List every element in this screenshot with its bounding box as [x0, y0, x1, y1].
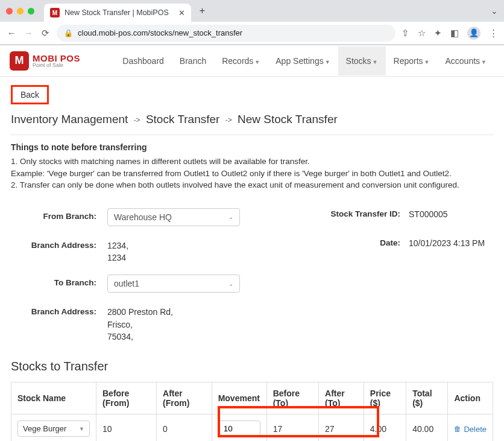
divider [11, 135, 493, 135]
date-label: Date: [318, 237, 409, 247]
nav-accounts[interactable]: Accounts▼ [437, 46, 494, 75]
app-navbar: M MOBI POS Point of Sale Dashboard Branc… [0, 45, 504, 77]
nav-branch[interactable]: Branch [172, 46, 214, 75]
close-tab-icon[interactable]: ✕ [178, 8, 185, 17]
window-controls [6, 8, 34, 14]
before-from-cell: 10 [96, 414, 157, 441]
chevron-down-icon[interactable]: ⌄ [491, 6, 498, 16]
profile-avatar-icon[interactable]: 👤 [467, 27, 480, 40]
stocks-section-title: Stocks to Transfer [11, 360, 493, 373]
back-button[interactable]: Back [11, 85, 49, 104]
delete-row-button[interactable]: 🗑 Delete [454, 425, 487, 434]
nav-records[interactable]: Records▼ [214, 46, 268, 75]
new-tab-button[interactable]: + [196, 5, 209, 16]
breadcrumb-new: New Stock Transfer [238, 113, 338, 125]
chevron-down-icon: ▼ [481, 59, 487, 65]
from-branch-label: From Branch: [11, 208, 107, 221]
from-address-label: Branch Address: [11, 237, 107, 250]
to-branch-select[interactable]: outlet1 ⌄ [107, 274, 240, 293]
stock-name-select[interactable]: Vege Burger ▼ [17, 420, 90, 437]
nav-stocks[interactable]: Stocks▼ [338, 46, 386, 75]
app-logo[interactable]: M MOBI POS Point of Sale [10, 51, 80, 71]
breadcrumb: Inventory Management -> Stock Transfer -… [11, 113, 493, 126]
delete-label: Delete [464, 425, 487, 434]
minimize-window-icon[interactable] [17, 8, 24, 14]
movement-input[interactable] [218, 420, 260, 437]
date-value: 10/01/2023 4:13 PM [409, 237, 493, 248]
note-line-2: 2. Transfer can only be done when both o… [11, 179, 493, 191]
browser-chrome: M New Stock Transfer | MobiPOS ✕ + ⌄ ← →… [0, 0, 504, 45]
chevron-down-icon: ▼ [79, 426, 84, 432]
col-before-from: Before (From) [96, 382, 157, 414]
address-bar[interactable]: 🔒 cloud.mobi-pos.com/stocks/new_stock_tr… [57, 25, 395, 42]
logo-main-text: MOBI POS [33, 54, 80, 63]
to-address-label: Branch Address: [11, 303, 107, 316]
to-branch-label: To Branch: [11, 274, 107, 287]
maximize-window-icon[interactable] [28, 8, 34, 14]
col-total: Total ($) [406, 382, 448, 414]
panel-icon[interactable]: ◧ [450, 28, 459, 39]
breadcrumb-sep-icon: -> [225, 116, 232, 124]
from-address-value: 1234, 1234 [107, 237, 264, 264]
col-after-from: After (From) [157, 382, 212, 414]
stocks-table: Stock Name Before (From) After (From) Mo… [11, 382, 493, 441]
nav-app-settings[interactable]: App Settings▼ [268, 46, 338, 75]
col-price: Price ($) [364, 382, 406, 414]
note-line-example: Example: 'Vege burger' can be transferre… [11, 168, 493, 180]
col-action: Action [448, 382, 493, 414]
from-branch-select[interactable]: Warehouse HQ ⌄ [107, 208, 240, 226]
forward-icon: → [23, 28, 34, 38]
nav-reports[interactable]: Reports▼ [386, 46, 438, 75]
share-icon[interactable]: ⇧ [402, 28, 409, 39]
chevron-down-icon: ▼ [325, 59, 330, 65]
extensions-icon[interactable]: ✦ [434, 28, 442, 39]
from-branch-value: Warehouse HQ [114, 212, 172, 222]
transfer-id-value: ST000005 [409, 208, 493, 219]
breadcrumb-stock-transfer[interactable]: Stock Transfer [146, 113, 220, 125]
after-from-cell: 0 [157, 414, 212, 441]
price-cell: 4.00 [364, 414, 406, 441]
breadcrumb-sep-icon: -> [134, 116, 140, 124]
transfer-id-label: Stock Transfer ID: [318, 208, 409, 218]
transfer-notes: Things to note before transferring 1. On… [11, 142, 493, 191]
to-address-value: 2800 Preston Rd, Frisco, 75034, [107, 303, 264, 343]
logo-sub-text: Point of Sale [33, 63, 80, 68]
table-row: Vege Burger ▼ 10 0 17 27 4.00 40.00 [11, 414, 493, 441]
chevron-down-icon: ⌄ [228, 281, 233, 287]
lock-icon: 🔒 [64, 29, 73, 37]
col-after-to: After (To) [319, 382, 364, 414]
chevron-down-icon: ▼ [424, 59, 430, 65]
chevron-down-icon: ⌄ [228, 214, 233, 220]
after-to-cell: 27 [319, 414, 364, 441]
to-branch-value: outlet1 [114, 279, 139, 288]
browser-tab[interactable]: M New Stock Transfer | MobiPOS ✕ [44, 4, 191, 22]
bookmark-icon[interactable]: ☆ [418, 28, 426, 39]
tab-title: New Stock Transfer | MobiPOS [65, 8, 169, 17]
col-movement: Movement [212, 382, 266, 414]
col-stock-name: Stock Name [11, 382, 96, 414]
chevron-down-icon: ▼ [373, 59, 378, 65]
total-cell: 40.00 [406, 414, 448, 441]
url-text: cloud.mobi-pos.com/stocks/new_stock_tran… [78, 28, 242, 37]
logo-mark-icon: M [10, 51, 29, 71]
notes-heading: Things to note before transferring [11, 142, 493, 152]
trash-icon: 🗑 [454, 425, 461, 433]
breadcrumb-inventory[interactable]: Inventory Management [11, 113, 128, 125]
close-window-icon[interactable] [6, 8, 13, 14]
nav-dashboard[interactable]: Dashboard [115, 46, 172, 75]
col-before-to: Before (To) [266, 382, 318, 414]
favicon-icon: M [50, 8, 60, 17]
stock-name-value: Vege Burger [23, 424, 66, 433]
back-icon[interactable]: ← [6, 28, 17, 38]
menu-icon[interactable]: ⋮ [489, 28, 498, 39]
reload-icon[interactable]: ⟳ [40, 28, 51, 39]
before-to-cell: 17 [266, 414, 318, 441]
chevron-down-icon: ▼ [254, 59, 260, 65]
note-line-1: 1. Only stocks with matching names in di… [11, 156, 493, 168]
